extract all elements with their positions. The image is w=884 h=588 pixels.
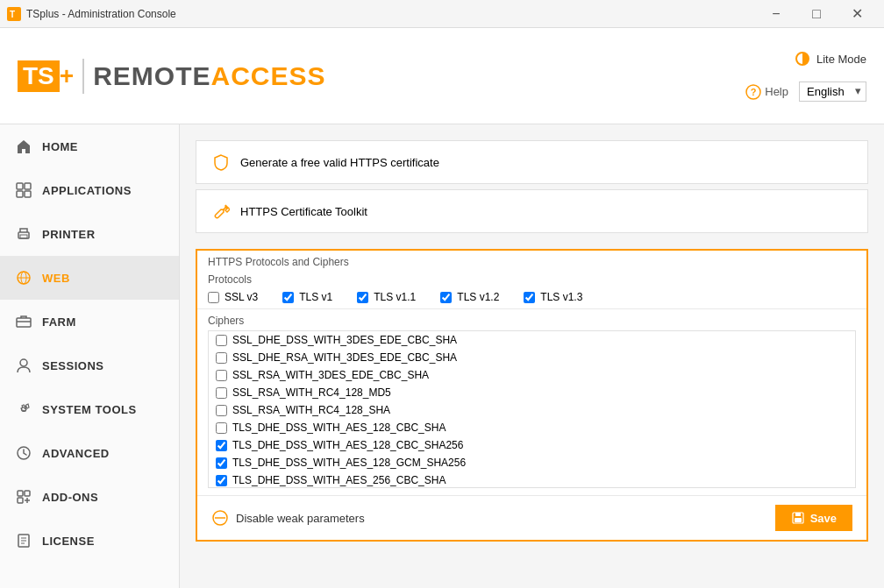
language-wrapper[interactable]: English French German Spanish [799, 81, 866, 102]
cipher-c2-checkbox[interactable] [216, 352, 227, 364]
proto-tls-v1-checkbox[interactable] [282, 292, 294, 303]
svg-rect-24 [795, 513, 801, 516]
cipher-item-c7[interactable]: TLS_DHE_DSS_WITH_AES_128_CBC_SHA256 [209, 436, 855, 454]
cipher-c4-checkbox[interactable] [216, 387, 227, 399]
svg-text:T: T [10, 10, 15, 19]
cipher-c9-checkbox[interactable] [216, 475, 227, 486]
proto-tls-v1-3-checkbox[interactable] [524, 292, 535, 303]
cipher-item-c8[interactable]: TLS_DHE_DSS_WITH_AES_128_GCM_SHA256 [209, 454, 855, 471]
cipher-c2-label: SSL_DHE_RSA_WITH_3DES_EDE_CBC_SHA [232, 351, 457, 364]
cipher-item-c1[interactable]: SSL_DHE_DSS_WITH_3DES_EDE_CBC_SHA [209, 331, 855, 349]
sidebar-item-advanced-label: ADVANCED [42, 447, 110, 460]
content-area: Generate a free valid HTTPS certificate … [180, 124, 884, 588]
ciphers-section: Ciphers SSL_DHE_DSS_WITH_3DES_EDE_CBC_SH… [197, 309, 866, 488]
cipher-c4-label: SSL_RSA_WITH_RC4_128_MD5 [232, 386, 391, 399]
sidebar-item-farm[interactable]: FARM [0, 300, 179, 344]
svg-rect-13 [17, 318, 31, 327]
cipher-item-c2[interactable]: SSL_DHE_RSA_WITH_3DES_EDE_CBC_SHA [209, 349, 855, 366]
protocols-box: HTTPS Protocols and Ciphers Protocols SS… [196, 249, 868, 542]
proto-tls-v1-2[interactable]: TLS v1.2 [440, 291, 499, 303]
cipher-c6-checkbox[interactable] [216, 422, 227, 434]
sidebar-item-web-label: WEB [42, 272, 70, 285]
logo-access: ACCESS [210, 61, 325, 91]
sidebar-item-applications-label: APPLICATIONS [42, 184, 132, 197]
cipher-c5-label: SSL_RSA_WITH_RC4_128_SHA [232, 404, 390, 416]
cipher-item-c3[interactable]: SSL_RSA_WITH_3DES_EDE_CBC_SHA [209, 366, 855, 384]
svg-rect-5 [25, 183, 31, 189]
proto-tls-v1-3-label: TLS v1.3 [540, 291, 582, 303]
titlebar-title: TSplus - Administration Console [26, 8, 176, 20]
cipher-c7-checkbox[interactable] [216, 440, 227, 451]
sidebar: HOME APPLICATIONS PRINTER WEB FARM [0, 124, 180, 588]
cipher-item-c5[interactable]: SSL_RSA_WITH_RC4_128_SHA [209, 401, 855, 419]
sidebar-item-system-tools[interactable]: SYSTEM TOOLS [0, 387, 179, 431]
svg-rect-6 [17, 191, 23, 197]
restore-button[interactable]: □ [796, 0, 837, 28]
printer-icon [14, 224, 33, 244]
proto-ssl-v3-checkbox[interactable] [208, 292, 219, 303]
header: TS+ REMOTEACCESS Lite Mode ? Help Englis… [0, 28, 884, 124]
sidebar-item-addons[interactable]: ADD-ONS [0, 475, 179, 519]
proto-tls-v1[interactable]: TLS v1 [282, 291, 332, 303]
proto-tls-v1-1[interactable]: TLS v1.1 [357, 291, 416, 303]
close-button[interactable]: ✕ [837, 0, 877, 28]
sidebar-item-license[interactable]: LICENSE [0, 519, 179, 563]
svg-rect-7 [25, 191, 31, 197]
cipher-c8-label: TLS_DHE_DSS_WITH_AES_128_GCM_SHA256 [232, 457, 466, 469]
svg-rect-25 [795, 518, 802, 522]
sessions-icon [14, 356, 33, 375]
proto-ssl-v3-label: SSL v3 [225, 291, 258, 303]
proto-tls-v1-2-checkbox[interactable] [440, 292, 452, 303]
sidebar-item-sessions[interactable]: SESSIONS [0, 344, 179, 387]
sidebar-item-home[interactable]: HOME [0, 124, 179, 168]
sidebar-item-web[interactable]: WEB [0, 256, 179, 300]
sidebar-item-printer[interactable]: PRINTER [0, 212, 179, 256]
disable-weak-button[interactable]: Disable weak parameters [211, 509, 365, 527]
protocols-box-title: HTTPS Protocols and Ciphers [197, 251, 866, 268]
logo-remote: REMOTE [93, 61, 210, 91]
protocols-section: Protocols SSL v3 TLS v1 TLS v1.1 [197, 268, 866, 308]
titlebar-controls: − □ ✕ [756, 0, 877, 28]
cipher-item-c6[interactable]: TLS_DHE_DSS_WITH_AES_128_CBC_SHA [209, 419, 855, 436]
action-card-https-toolkit[interactable]: HTTPS Certificate Toolkit [196, 189, 868, 233]
proto-tls-v1-3[interactable]: TLS v1.3 [524, 291, 582, 303]
sidebar-item-advanced[interactable]: ADVANCED [0, 431, 179, 475]
cipher-c8-checkbox[interactable] [216, 457, 227, 469]
disable-icon [211, 509, 229, 527]
save-icon [791, 511, 805, 525]
cipher-c1-checkbox[interactable] [216, 335, 227, 346]
sidebar-item-farm-label: FARM [42, 315, 76, 329]
cipher-item-c9[interactable]: TLS_DHE_DSS_WITH_AES_256_CBC_SHA [209, 471, 855, 488]
minimize-button[interactable]: − [756, 0, 796, 28]
proto-tls-v1-1-checkbox[interactable] [357, 292, 368, 303]
cipher-c3-label: SSL_RSA_WITH_3DES_EDE_CBC_SHA [232, 369, 429, 381]
action-card-https-cert[interactable]: Generate a free valid HTTPS certificate [196, 140, 868, 184]
system-tools-icon [14, 400, 33, 419]
sidebar-item-applications[interactable]: APPLICATIONS [0, 168, 179, 212]
sidebar-item-license-label: LICENSE [42, 535, 95, 548]
save-button[interactable]: Save [775, 505, 852, 531]
proto-ssl-v3[interactable]: SSL v3 [208, 291, 258, 303]
header-right: Lite Mode ? Help English French German S… [745, 50, 866, 102]
proto-tls-v1-2-label: TLS v1.2 [457, 291, 499, 303]
help-label: Help [765, 85, 788, 98]
cipher-c3-checkbox[interactable] [216, 370, 227, 381]
ciphers-list[interactable]: SSL_DHE_DSS_WITH_3DES_EDE_CBC_SHA SSL_DH… [208, 330, 856, 488]
language-select[interactable]: English French German Spanish [799, 81, 866, 102]
lite-mode-icon [794, 50, 811, 67]
addons-icon [14, 487, 33, 507]
sidebar-item-sessions-label: SESSIONS [42, 359, 103, 372]
logo: TS+ REMOTEACCESS [18, 59, 326, 94]
help-button[interactable]: ? Help [745, 84, 788, 100]
lite-mode-toggle[interactable]: Lite Mode [794, 50, 866, 67]
logo-separator [82, 59, 84, 94]
wrench-icon [212, 202, 230, 220]
proto-tls-v1-1-label: TLS v1.1 [374, 291, 416, 303]
cipher-item-c4[interactable]: SSL_RSA_WITH_RC4_128_MD5 [209, 384, 855, 401]
logo-ts: TS [18, 60, 60, 92]
titlebar-left: T TSplus - Administration Console [7, 7, 176, 21]
shield-icon [212, 153, 230, 171]
titlebar: T TSplus - Administration Console − □ ✕ [0, 0, 884, 28]
cipher-c6-label: TLS_DHE_DSS_WITH_AES_128_CBC_SHA [232, 422, 446, 434]
cipher-c5-checkbox[interactable] [216, 405, 227, 416]
